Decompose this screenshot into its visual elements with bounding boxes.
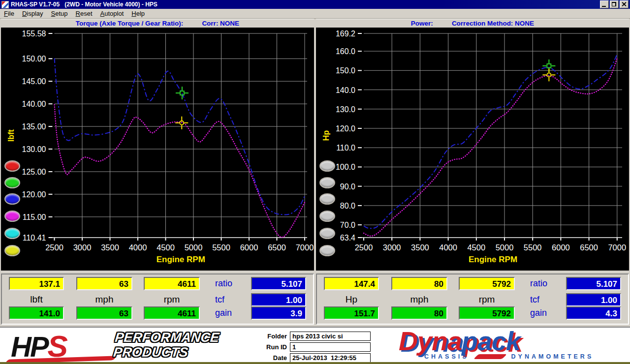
ratio-value: 5.107: [566, 277, 621, 290]
svg-text:3500: 3500: [411, 243, 429, 252]
svg-text:169.2: 169.2: [336, 30, 355, 38]
power-corrected-value: 151.7: [324, 306, 379, 320]
trace-button-green[interactable]: [4, 177, 20, 188]
tcf-label: tcf: [530, 295, 563, 305]
gain-value: 4.3: [566, 306, 621, 320]
trace-button-magenta[interactable]: [4, 211, 20, 222]
trace-button-yellow[interactable]: [4, 245, 20, 256]
torque-corrected-value: 141.0: [9, 306, 64, 320]
ratio-label: ratio: [530, 278, 563, 289]
trace-button-blue[interactable]: [4, 193, 20, 205]
torque-cursor-speed: 63: [76, 277, 132, 290]
svg-text:4500: 4500: [157, 243, 175, 252]
svg-text:5500: 5500: [212, 243, 230, 252]
svg-text:4500: 4500: [467, 243, 485, 252]
svg-text:6000: 6000: [552, 243, 570, 252]
date-input[interactable]: 25-Jul-2013 12:29:55: [290, 353, 371, 363]
svg-text:125.00: 125.00: [22, 168, 46, 176]
rpm-unit-label: rpm: [459, 294, 515, 305]
trace-button-gray-6[interactable]: [319, 245, 335, 256]
trace-button-gray-3[interactable]: [319, 193, 335, 205]
svg-text:80.0: 80.0: [340, 202, 355, 210]
folder-label: Folder: [249, 333, 290, 340]
bottom-accent-strip: [0, 362, 630, 364]
svg-text:100.0: 100.0: [336, 163, 355, 171]
svg-text:3000: 3000: [73, 243, 92, 252]
power-readout-panel: 147.4 80 5792 Hp mph rpm 151.7 80 5792 r…: [316, 273, 629, 325]
svg-text:155.58: 155.58: [22, 30, 46, 38]
hps-performance-text: PERFORMANCE: [114, 330, 220, 345]
tcf-label: tcf: [215, 295, 248, 305]
app-icon: [1, 1, 9, 8]
ratio-value: 5.107: [251, 277, 306, 290]
svg-text:4000: 4000: [439, 243, 457, 252]
minimize-button[interactable]: [600, 0, 609, 8]
svg-text:7000: 7000: [296, 243, 314, 252]
close-button[interactable]: [620, 0, 629, 8]
window-title: RHAS-SP V1.7-05 (2WD - Motor Vehicle 400…: [11, 1, 600, 8]
power-cursor-speed: 80: [391, 277, 447, 290]
svg-text:145.00: 145.00: [22, 77, 46, 86]
trace-button-cyan[interactable]: [4, 228, 20, 239]
torque-chart-region: 155.58150.00145.00140.00135.00130.00125.…: [1, 28, 314, 271]
svg-text:2500: 2500: [45, 243, 63, 252]
svg-text:150.0: 150.0: [336, 66, 355, 75]
trace-button-gray-5[interactable]: [319, 228, 335, 239]
svg-text:4000: 4000: [129, 243, 147, 252]
svg-text:6500: 6500: [580, 243, 598, 252]
torque-readout-panel: 137.1 63 4611 lbft mph rpm 141.0 63 4611…: [1, 273, 314, 325]
menu-bar: File Display Setup Reset Autoplot Help: [0, 9, 630, 19]
svg-text:Engine RPM: Engine RPM: [157, 255, 205, 264]
run-info-fields: Folder hps 2013 civic si Run ID 1 Date 2…: [249, 332, 381, 364]
run-id-input[interactable]: 1: [290, 342, 371, 352]
power-chart-region: 169.2160.0150.0140.0130.0120.0110.0100.0…: [316, 28, 629, 271]
hps-logo: HPS PERFORMANCE PRODUCTS: [11, 329, 237, 361]
power-corrected-rpm: 5792: [459, 306, 515, 320]
svg-text:6000: 6000: [240, 243, 258, 252]
torque-panel-header: Torque (Axle Torque / Gear Ratio): Corr:…: [1, 19, 314, 28]
speed-unit-label: mph: [391, 294, 447, 305]
svg-text:115.00: 115.00: [23, 213, 46, 221]
power-unit-label: Hp: [324, 294, 379, 305]
menu-autoplot[interactable]: Autoplot: [96, 9, 128, 18]
svg-text:110.41: 110.41: [23, 234, 46, 242]
torque-corrected-speed: 63: [76, 306, 132, 320]
menu-help[interactable]: Help: [127, 9, 149, 18]
svg-text:135.00: 135.00: [22, 122, 46, 131]
power-header-correction: Correction Method: NONE: [452, 20, 534, 27]
menu-reset[interactable]: Reset: [72, 9, 96, 18]
hps-logo-text: PERFORMANCE PRODUCTS: [113, 330, 220, 360]
power-chart[interactable]: 169.2160.0150.0140.0130.0120.0110.0100.0…: [316, 28, 629, 271]
menu-file[interactable]: File: [0, 9, 18, 18]
power-cursor-rpm: 5792: [459, 277, 515, 290]
run-id-label: Run ID: [249, 343, 290, 351]
dynapack-logo-pack: pack: [462, 326, 520, 356]
tcf-value: 1.00: [251, 293, 306, 306]
menu-display[interactable]: Display: [18, 9, 47, 18]
power-panel-header: Power: Correction Method: NONE: [316, 19, 629, 28]
svg-text:lbft: lbft: [7, 129, 15, 142]
hps-logo-hp: HP: [11, 331, 48, 363]
folder-input[interactable]: hps 2013 civic si: [290, 332, 371, 341]
svg-text:Engine RPM: Engine RPM: [469, 255, 517, 264]
torque-header-title: Torque (Axle Torque / Gear Ratio):: [76, 20, 184, 27]
torque-header-correction: Corr: NONE: [202, 20, 239, 27]
trace-button-red[interactable]: [4, 160, 20, 172]
restore-icon: [612, 2, 616, 6]
trace-button-gray-1[interactable]: [319, 160, 335, 172]
restore-button[interactable]: [610, 0, 619, 8]
power-cursor-value: 147.4: [324, 277, 379, 290]
trace-button-gray-4[interactable]: [319, 211, 335, 222]
close-icon: [621, 1, 627, 7]
svg-text:120.00: 120.00: [22, 190, 46, 199]
svg-text:130.0: 130.0: [336, 105, 355, 114]
trace-button-gray-2[interactable]: [319, 177, 335, 188]
torque-chart[interactable]: 155.58150.00145.00140.00135.00130.00125.…: [1, 28, 314, 271]
torque-cursor-rpm: 4611: [144, 277, 200, 290]
svg-text:5000: 5000: [496, 243, 514, 252]
gain-label: gain: [215, 308, 248, 318]
svg-text:110.0: 110.0: [336, 144, 355, 152]
menu-setup[interactable]: Setup: [47, 9, 72, 18]
svg-text:160.0: 160.0: [336, 47, 355, 56]
minimize-icon: [602, 6, 606, 7]
